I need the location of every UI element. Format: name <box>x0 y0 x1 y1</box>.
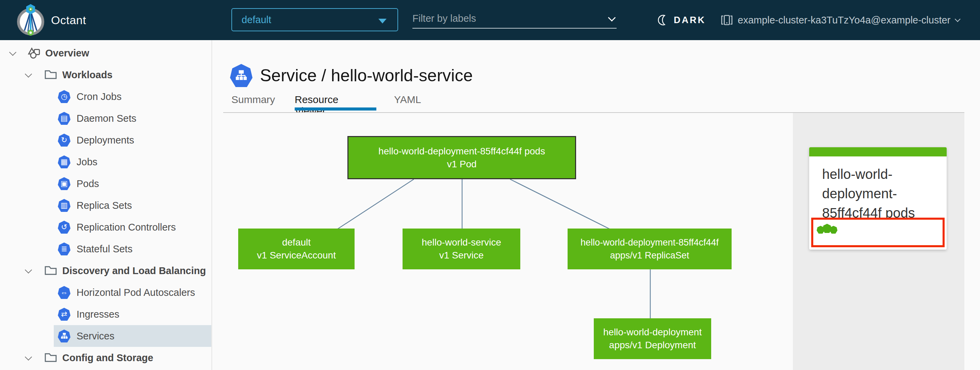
graph-node-replicaset[interactable]: hello-world-deployment-85ff4cf44f apps/v… <box>568 229 732 269</box>
moon-icon <box>657 14 669 26</box>
deployments-icon: ↻ <box>58 133 70 146</box>
stateful-sets-icon: ≣ <box>58 243 70 256</box>
sidebar-item-ingresses[interactable]: ⇄ Ingresses <box>54 303 211 325</box>
graph-node-service[interactable]: hello-world-service v1 Service <box>402 229 520 269</box>
objects-icon <box>27 46 41 60</box>
sidebar-item-pods[interactable]: ▣ Pods <box>54 173 211 195</box>
pod-icon <box>822 224 832 233</box>
cluster-icon <box>721 14 733 26</box>
graph-edge <box>510 179 610 229</box>
sidebar-item-cron-jobs[interactable]: ◷ Cron Jobs <box>54 86 211 108</box>
sidebar-item-overview[interactable]: Overview <box>0 42 212 64</box>
sidebar-item-jobs[interactable]: ▦ Jobs <box>54 151 211 173</box>
sidebar-item-replication-controllers[interactable]: ↺ Replication Controllers <box>54 216 211 238</box>
main-content: Service / hello-world-service Summary Re… <box>212 40 980 370</box>
graph-node-serviceaccount[interactable]: default v1 ServiceAccount <box>238 229 355 269</box>
sidebar-item-deployments[interactable]: ↻ Deployments <box>54 129 211 151</box>
jobs-icon: ▦ <box>58 156 70 168</box>
pod-summary-card[interactable]: hello-world-deployment-85ff4cf44f pods <box>809 147 947 249</box>
namespace-dropdown-value: default <box>242 14 271 25</box>
service-resource-icon <box>230 64 253 87</box>
sidebar-item-stateful-sets[interactable]: ≣ Stateful Sets <box>54 238 211 260</box>
ingresses-icon: ⇄ <box>58 308 70 321</box>
chevron-down-icon <box>25 266 32 273</box>
sidebar-item-daemon-sets[interactable]: ▤ Daemon Sets <box>54 108 211 129</box>
page-title: Service / hello-world-service <box>260 66 473 85</box>
chevron-down-icon <box>608 14 616 22</box>
active-tab-underline <box>295 108 376 111</box>
navigation-sidebar: Overview Workloads ◷ Cron Jobs ▤ Daemon … <box>0 40 212 370</box>
chevron-down-icon <box>25 70 32 78</box>
filter-placeholder: Filter by labels <box>412 13 476 24</box>
chevron-down-icon <box>25 353 32 360</box>
daemon-sets-icon: ▤ <box>58 112 70 125</box>
sidebar-item-horizontal-pod-autoscalers[interactable]: ⇔ Horizontal Pod Autoscalers <box>54 281 211 303</box>
graph-node-deployment[interactable]: hello-world-deployment apps/v1 Deploymen… <box>594 318 711 359</box>
pods-icon: ▣ <box>58 177 70 190</box>
dropdown-caret-icon <box>379 19 387 24</box>
sidebar-item-workloads[interactable]: Workloads <box>0 64 212 86</box>
cron-jobs-icon: ◷ <box>58 90 70 103</box>
dark-theme-toggle[interactable]: DARK <box>657 0 706 40</box>
pod-status-highlight-box[interactable] <box>811 218 945 247</box>
app-title: Octant <box>51 0 86 40</box>
cluster-context-label: example-cluster-ka3TuTzYo4a@example-clus… <box>738 14 950 26</box>
resource-graph: hello-world-deployment-85ff4cf44f pods v… <box>212 113 793 370</box>
namespace-dropdown[interactable]: default <box>231 8 398 31</box>
replica-sets-icon: ▥ <box>58 199 70 212</box>
sidebar-item-config-and-storage[interactable]: Config and Storage <box>0 347 212 368</box>
dark-toggle-label: DARK <box>674 15 706 25</box>
octant-logo-icon <box>15 3 46 37</box>
filter-by-labels-input[interactable]: Filter by labels <box>412 9 617 29</box>
graph-node-pod[interactable]: hello-world-deployment-85ff4cf44f pods v… <box>347 136 576 179</box>
cluster-context-switcher[interactable]: example-cluster-ka3TuTzYo4a@example-clus… <box>721 0 961 40</box>
page-header: Service / hello-world-service <box>230 64 473 87</box>
tab-summary[interactable]: Summary <box>231 94 275 105</box>
graph-edge <box>337 179 414 229</box>
selected-node-detail-panel: hello-world-deployment-85ff4cf44f pods <box>793 113 964 370</box>
replication-controllers-icon: ↺ <box>58 221 70 233</box>
card-status-bar <box>809 147 947 156</box>
folder-icon <box>44 68 58 82</box>
services-icon <box>58 330 70 343</box>
tab-yaml[interactable]: YAML <box>394 94 421 105</box>
folder-icon <box>44 351 58 365</box>
sidebar-item-discovery-and-load-balancing[interactable]: Discovery and Load Balancing <box>0 260 212 281</box>
card-title: hello-world-deployment-85ff4cf44f pods <box>809 156 947 223</box>
chevron-down-icon <box>9 49 16 56</box>
sidebar-item-replica-sets[interactable]: ▥ Replica Sets <box>54 195 211 216</box>
hpa-icon: ⇔ <box>58 286 70 299</box>
octant-app: Octant default Filter by labels DARK <box>0 0 980 370</box>
chevron-down-icon <box>955 16 961 22</box>
top-header-bar: Octant default Filter by labels DARK <box>0 0 980 40</box>
sidebar-item-services[interactable]: Services <box>54 325 211 347</box>
folder-icon <box>44 264 58 278</box>
